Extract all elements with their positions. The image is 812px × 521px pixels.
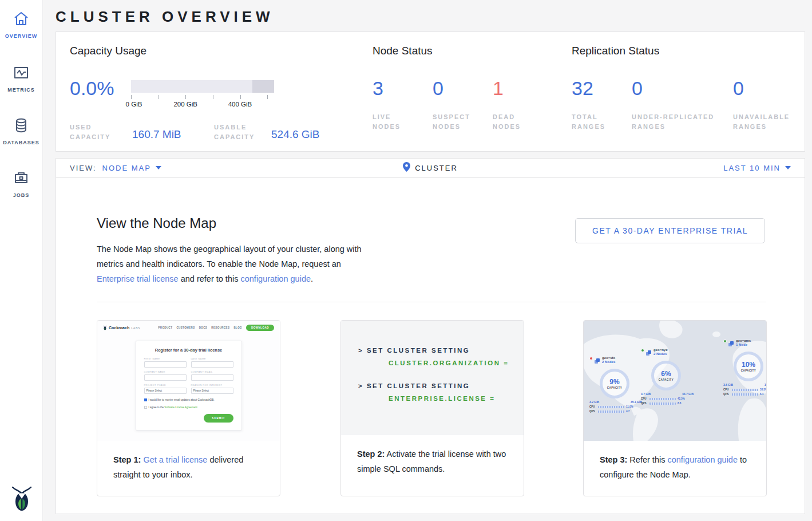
page-title: CLUSTER OVERVIEW: [56, 8, 812, 26]
location-pin-icon: [403, 162, 410, 174]
mini-submit-button: SUBMIT: [204, 414, 233, 423]
dead-nodes-label: DEAD NODES: [493, 112, 538, 132]
divider: [97, 302, 766, 302]
sidebar-item-label: METRICS: [0, 87, 42, 93]
node-map-promo-section: View the Node Map GET A 30-DAY ENTERPRIS…: [56, 177, 805, 514]
step-3-caption: Step 3: Refer this configuration guide t…: [584, 441, 766, 482]
view-selector-dropdown[interactable]: NODE MAP: [102, 164, 161, 172]
sql-command: > SET CLUSTER SETTING: [358, 347, 524, 354]
capacity-usage-section: Capacity Usage 0.0% 0 GiB 200 GiB 400 Gi…: [70, 45, 339, 57]
sql-command: > SET CLUSTER SETTING: [358, 382, 524, 389]
mini-checkbox-unchecked: [144, 406, 147, 409]
chevron-down-icon: [156, 166, 161, 169]
mini-checkbox-checked: [144, 398, 147, 401]
sidebar-item-databases[interactable]: DATABASES: [0, 117, 42, 145]
capacity-gauge: 0 GiB 200 GiB 400 GiB: [131, 80, 274, 109]
view-label: VIEW:: [70, 164, 97, 172]
mini-nav-item: PRODUCT: [158, 326, 172, 329]
capacity-donut: 6% CAPACITY: [651, 361, 681, 390]
node-badge-ams: geo=ams1 Node 10% CAPACITY 3.6 GiB36.6 G…: [723, 339, 766, 396]
step-2-card: > SET CLUSTER SETTING CLUSTER.ORGANIZATI…: [340, 320, 524, 496]
step-3-card: geo=sfo2 Nodes 9% CAPACITY 3.2 GiB35.1 G…: [583, 320, 767, 496]
configuration-guide-link-2[interactable]: configuration guide: [667, 455, 738, 464]
cpu-sparkline: [732, 389, 758, 391]
briefcase-icon: [0, 169, 42, 189]
sidebar-item-metrics[interactable]: METRICS: [0, 64, 42, 93]
qps-sparkline: [732, 393, 758, 396]
mini-registration-form: Register for a 30-day trial license FIRS…: [136, 341, 242, 431]
step-1-caption: Step 1: Get a trial license delivered st…: [97, 441, 280, 482]
view-selected-value: NODE MAP: [102, 164, 151, 172]
mini-nav-item: CUSTOMERS: [176, 326, 195, 329]
section-description: The Node Map shows the geographical layo…: [97, 242, 366, 286]
node-status-live-icon: [641, 349, 644, 352]
unavailable-value: 0: [733, 77, 796, 100]
total-ranges-stat: 32 TOTAL RANGES: [572, 77, 617, 132]
metrics-chart-icon: [0, 64, 42, 84]
gauge-tick-label: 0 GiB: [126, 101, 142, 108]
mini-nav-item: RESOURCES: [211, 326, 229, 329]
live-nodes-value: 3: [373, 77, 418, 100]
usable-capacity-label: USABLE CAPACITY: [214, 123, 268, 142]
time-range-dropdown[interactable]: LAST 10 MIN: [723, 164, 791, 172]
sidebar-item-jobs[interactable]: JOBS: [0, 169, 42, 198]
unavailable-ranges-stat: 0 UNAVAILABLE RANGES: [733, 77, 796, 132]
get-trial-license-link[interactable]: Get a trial license: [143, 455, 207, 464]
capacity-percent: 0.0%: [70, 77, 114, 100]
enterprise-trial-license-link[interactable]: Enterprise trial license: [97, 274, 179, 283]
node-cube-icon: [595, 356, 600, 366]
suspect-nodes-value: 0: [433, 77, 478, 100]
sql-setting: ENTERPRISE.LICENSE =: [389, 395, 524, 402]
node-badge-nyc: geo=nyc2 Nodes 6% CAPACITY 3.7 GiB43.7 G…: [641, 348, 700, 405]
database-icon: [0, 117, 42, 136]
dead-nodes-stat: 1 DEAD NODES: [493, 77, 538, 132]
enterprise-trial-button[interactable]: GET A 30-DAY ENTERPRISE TRIAL: [575, 218, 765, 243]
trial-registration-screenshot: Cockroach LABS PRODUCT CUSTOMERS DOCS RE…: [97, 321, 280, 441]
replication-status-title: Replication Status: [572, 45, 801, 57]
qps-sparkline: [598, 411, 624, 413]
cluster-summary-panel: Capacity Usage 0.0% 0 GiB 200 GiB 400 Gi…: [56, 31, 805, 152]
under-replicated-ranges-stat: 0 UNDER-REPLICATED RANGES: [632, 77, 723, 132]
cpu-sparkline: [649, 398, 676, 400]
mini-project-phase-select: Please Select: [144, 388, 187, 394]
qps-sparkline: [649, 402, 676, 405]
usable-capacity-value: 524.6 GiB: [271, 128, 320, 141]
node-cube-icon: [646, 348, 652, 358]
mini-first-name-field: [144, 361, 187, 368]
under-replicated-label: UNDER-REPLICATED RANGES: [632, 112, 723, 132]
time-range-value: LAST 10 MIN: [723, 164, 781, 172]
node-badge-sfo: geo=sfo2 Nodes 9% CAPACITY 3.2 GiB35.1 G…: [589, 356, 649, 413]
breadcrumb: CLUSTER: [385, 162, 476, 174]
cpu-sparkline: [598, 406, 624, 408]
sidebar-item-label: DATABASES: [0, 140, 42, 145]
node-status-live-icon: [723, 340, 727, 343]
node-cube-icon: [728, 339, 734, 349]
section-heading: View the Node Map: [97, 215, 216, 231]
mini-nav-item: BLOG: [233, 326, 242, 329]
node-status-section: Node Status 3 LIVE NODES 0 SUSPECT NODES…: [373, 45, 561, 57]
used-capacity-label: USED CAPACITY: [70, 123, 124, 142]
sql-commands-preview: > SET CLUSTER SETTING CLUSTER.ORGANIZATI…: [341, 321, 524, 435]
replication-status-section: Replication Status 32 TOTAL RANGES 0 UND…: [572, 45, 801, 57]
home-icon: [0, 10, 42, 30]
mini-reason-select: Please Select: [191, 388, 233, 394]
step-1-card: Cockroach LABS PRODUCT CUSTOMERS DOCS RE…: [97, 320, 280, 496]
total-ranges-label: TOTAL RANGES: [572, 112, 617, 132]
under-replicated-value: 0: [632, 77, 723, 100]
dead-nodes-value: 1: [493, 77, 538, 100]
mini-download-button: DOWNLOAD: [246, 325, 274, 331]
mini-company-name-field: [144, 374, 187, 381]
capacity-gauge-bar: [131, 80, 274, 93]
gauge-tick-label: 200 GiB: [173, 101, 197, 108]
capacity-gauge-reserved-segment: [252, 80, 274, 93]
node-map-preview: geo=sfo2 Nodes 9% CAPACITY 3.2 GiB35.1 G…: [584, 321, 766, 441]
mini-form-title: Register for a 30-day trial license: [144, 348, 233, 353]
node-status-dead-icon: [589, 357, 593, 360]
used-capacity-value: 160.7 MiB: [132, 128, 181, 141]
total-ranges-value: 32: [572, 77, 617, 100]
mini-nav-item: DOCS: [199, 326, 208, 329]
configuration-guide-link[interactable]: configuration guide: [240, 274, 311, 283]
capacity-donut: 9% CAPACITY: [600, 369, 629, 398]
sidebar-item-overview[interactable]: OVERVIEW: [0, 10, 42, 39]
capacity-donut: 10% CAPACITY: [734, 352, 763, 381]
